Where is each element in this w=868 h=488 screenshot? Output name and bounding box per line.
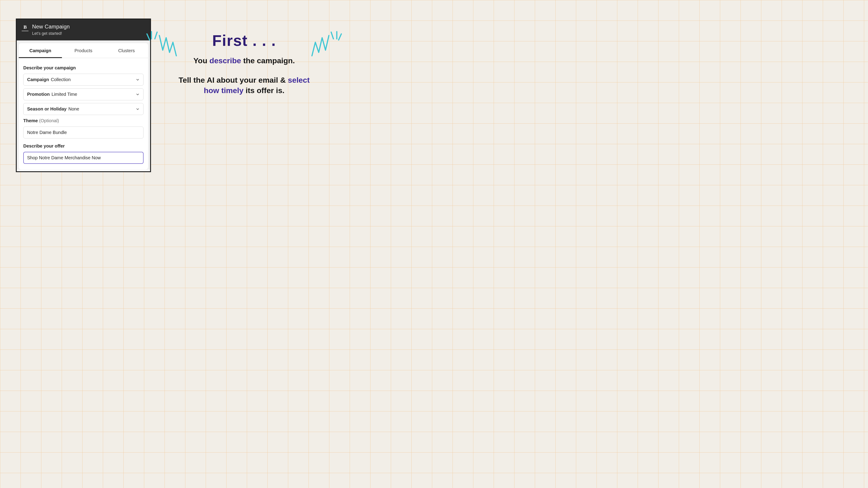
hero: First . . . [172, 32, 316, 49]
campaign-select-label: Campaign [27, 77, 49, 82]
offer-input[interactable] [23, 152, 144, 164]
season-select-value: None [68, 106, 79, 111]
svg-line-0 [155, 32, 157, 39]
burst-right-icon [310, 30, 344, 59]
campaign-select-left: Campaign Collection [27, 77, 71, 82]
chevron-down-icon [135, 107, 140, 111]
line1-accent: describe [210, 56, 241, 65]
hero-title: First . . . [212, 32, 276, 49]
svg-line-2 [147, 34, 150, 40]
theme-optional: (Optional) [39, 118, 59, 123]
tab-clusters[interactable]: Clusters [105, 43, 148, 58]
campaign-select-value: Collection [51, 77, 71, 82]
svg-line-5 [339, 34, 341, 40]
theme-label-text: Theme [23, 118, 38, 123]
season-select-left: Season or Holiday None [27, 106, 79, 111]
tab-campaign[interactable]: Campaign [19, 43, 62, 58]
campaign-select[interactable]: Campaign Collection [23, 74, 144, 86]
tabs: Campaign Products Clusters [19, 43, 148, 58]
app-header: B New Campaign Let's get started! [17, 20, 150, 40]
theme-input[interactable] [23, 127, 144, 138]
app-panel: B New Campaign Let's get started! Campai… [16, 19, 151, 172]
explainer: First . . . You describe the campaign. T… [172, 32, 316, 96]
promotion-select-value: Limited Time [52, 92, 77, 97]
promotion-select-label: Promotion [27, 92, 50, 97]
line1-pre: You [193, 56, 209, 65]
tab-products[interactable]: Products [62, 43, 105, 58]
form-card: Campaign Products Clusters Describe your… [19, 43, 148, 170]
line1-post: the campaign. [241, 56, 295, 65]
season-select[interactable]: Season or Holiday None [23, 103, 144, 115]
chevron-down-icon [135, 78, 140, 82]
line2-post: its offer is. [243, 86, 284, 95]
page-subtitle: Let's get started! [32, 31, 70, 36]
describe-campaign-label: Describe your campaign [23, 65, 144, 70]
promotion-select-left: Promotion Limited Time [27, 92, 77, 97]
brand-logo-letter: B [24, 24, 27, 30]
explainer-line-1: You describe the campaign. [172, 56, 316, 66]
burst-left-icon [145, 30, 179, 59]
promotion-select[interactable]: Promotion Limited Time [23, 88, 144, 100]
form-area: Describe your campaign Campaign Collecti… [19, 58, 148, 164]
app-body: Campaign Products Clusters Describe your… [17, 40, 150, 170]
theme-label: Theme (Optional) [23, 118, 144, 123]
brand-logo: B [22, 24, 29, 31]
explainer-line-2: Tell the AI about your email & select ho… [172, 75, 316, 96]
offer-label: Describe your offer [23, 143, 144, 149]
page-title: New Campaign [32, 24, 70, 30]
stage: B New Campaign Let's get started! Campai… [0, 0, 329, 184]
chevron-down-icon [135, 92, 140, 96]
season-select-label: Season or Holiday [27, 106, 67, 111]
line2-pre: Tell the AI about your email & [179, 76, 288, 84]
svg-line-3 [331, 32, 333, 39]
header-titles: New Campaign Let's get started! [32, 24, 70, 36]
